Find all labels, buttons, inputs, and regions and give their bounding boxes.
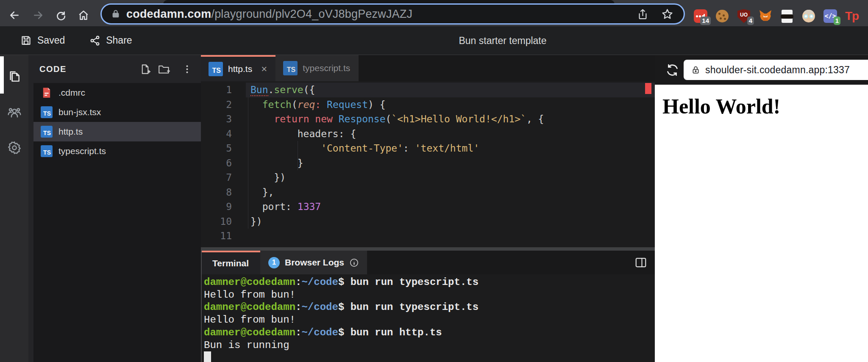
terminal-line: damner@codedamn:~/code$ bun run typescri… — [204, 301, 655, 314]
explorer-header: CODE — [28, 55, 201, 83]
split-terminal-icon[interactable] — [634, 256, 647, 269]
terminal-line: damner@codedamn:~/code$ bun run typescri… — [204, 276, 655, 289]
file-explorer: CODE .cdmrcTSbun-jsx.tsxTShttp.tsTStypes… — [28, 55, 201, 362]
editor-terminal-divider[interactable] — [201, 247, 655, 251]
code-line: 2 fetch(req: Request) { — [201, 97, 655, 112]
url-bar[interactable]: codedamn.com/playground/plv2O4_oVJ8bgPez… — [100, 3, 685, 25]
editor-tab-bar: TS http.ts × TS typescript.ts — [201, 55, 655, 81]
terminal-line: Hello from bun! — [204, 314, 655, 326]
logs-count-badge: 1 — [268, 257, 280, 268]
extension-metamask-icon[interactable] — [758, 8, 773, 24]
file-name: typescript.ts — [58, 146, 106, 156]
ts-file-icon: TS — [41, 106, 53, 118]
home-icon[interactable] — [78, 10, 89, 21]
preview-heading: Hello World! — [655, 85, 868, 119]
preview-page: Hello World! — [655, 85, 868, 362]
extension-1password-icon[interactable]: 14 — [693, 8, 708, 24]
editor-panel: TS http.ts × TS typescript.ts 1Bun.serve… — [201, 55, 655, 362]
ublock-badge: 4 — [747, 17, 754, 25]
file-list: .cdmrcTSbun-jsx.tsxTShttp.tsTStypescript… — [33, 83, 201, 362]
code-line: 8 }, — [201, 185, 655, 200]
terminal-line: Hello from bun! — [204, 289, 655, 301]
extension-devtools-icon[interactable]: </>1 — [823, 8, 837, 24]
preview-url-text: shoulder-sit.codedamn.app:1337 — [705, 64, 850, 76]
preview-lock-icon — [691, 66, 700, 75]
code-line: 7 }) — [201, 170, 655, 185]
url-text: codedamn.com/playground/plv2O4_oVJ8bgPez… — [126, 8, 412, 21]
new-file-icon[interactable] — [139, 64, 151, 75]
close-tab-icon[interactable]: × — [261, 63, 267, 75]
code-line: 11 — [201, 229, 655, 243]
code-line: 5 'Content-Type': 'text/html' — [201, 141, 655, 156]
code-line: 9 port: 1337 — [201, 199, 655, 214]
terminal-output[interactable]: damner@codedamn:~/code$ bun run typescri… — [201, 274, 655, 362]
share-icon — [89, 35, 100, 46]
file-item[interactable]: TSbun-jsx.tsx — [33, 102, 201, 122]
extension-person-icon[interactable] — [801, 8, 816, 24]
file-item[interactable]: TStypescript.ts — [33, 141, 201, 161]
playground-title: Bun starter template — [459, 35, 546, 46]
collaborate-view-icon[interactable] — [7, 105, 22, 119]
share-page-icon[interactable] — [637, 8, 648, 20]
file-name: http.ts — [58, 127, 83, 137]
code-line: 6 } — [201, 156, 655, 171]
tab-terminal[interactable]: Terminal — [201, 251, 260, 274]
config-file-icon — [41, 87, 53, 99]
extension-cookie-icon[interactable] — [715, 8, 729, 24]
lock-icon — [111, 9, 120, 19]
extension-tampermonkey-icon[interactable]: Tp — [845, 8, 859, 24]
file-item[interactable]: TShttp.ts — [33, 122, 201, 141]
file-item[interactable]: .cdmrc — [33, 83, 201, 102]
bookmark-star-icon[interactable] — [661, 8, 673, 20]
browser-preview-panel: shoulder-sit.codedamn.app:1337 Hello Wor… — [655, 55, 868, 362]
back-icon[interactable] — [9, 10, 20, 21]
code-line: 1Bun.serve({ — [201, 83, 655, 97]
error-marker — [645, 83, 651, 94]
ts-file-icon: TS — [209, 62, 223, 76]
terminal-tab-bar: Terminal 1 Browser Logs — [201, 251, 655, 274]
code-line: 3 return new Response(`<h1>Hello World!<… — [201, 112, 655, 127]
tab-browser-logs[interactable]: 1 Browser Logs — [260, 251, 367, 274]
saved-button[interactable]: Saved — [20, 35, 65, 46]
explorer-menu-icon[interactable] — [182, 64, 192, 75]
devtools-badge: 1 — [834, 17, 840, 25]
preview-refresh-icon[interactable] — [666, 64, 679, 77]
playground-toolbar: Saved Share Bun starter template — [0, 26, 868, 55]
code-line: 10}) — [201, 214, 655, 229]
tab-http-ts[interactable]: TS http.ts × — [201, 55, 275, 81]
code-line: 4 headers: { — [201, 127, 655, 141]
save-icon — [20, 35, 32, 46]
forward-icon[interactable] — [33, 10, 44, 21]
terminal-cursor — [204, 351, 211, 362]
ts-file-icon: TS — [41, 145, 53, 157]
extension-ublock-icon[interactable]: UO4 — [737, 8, 751, 24]
ts-file-icon: TS — [41, 126, 53, 138]
extensions-row: 14 UO4 </>1 Tp — [693, 8, 859, 24]
file-name: .cdmrc — [58, 88, 85, 98]
explorer-title: CODE — [39, 64, 67, 74]
new-folder-icon[interactable] — [158, 64, 170, 75]
active-view-indicator — [0, 56, 4, 94]
1password-badge: 14 — [700, 17, 711, 25]
info-icon — [349, 258, 359, 268]
terminal-line: damner@codedamn:~/code$ bun run http.ts — [204, 326, 655, 339]
extension-docmask-icon[interactable] — [780, 8, 794, 24]
reload-icon[interactable] — [55, 10, 66, 21]
code-editor[interactable]: 1Bun.serve({2 fetch(req: Request) {3 ret… — [201, 81, 655, 247]
browser-toolbar: codedamn.com/playground/plv2O4_oVJ8bgPez… — [0, 4, 868, 26]
activity-bar — [0, 55, 28, 362]
terminal-line: Bun is running — [204, 339, 655, 352]
file-name: bun-jsx.tsx — [58, 107, 101, 117]
ts-file-icon: TS — [283, 61, 298, 75]
preview-header: shoulder-sit.codedamn.app:1337 — [655, 55, 868, 85]
settings-icon[interactable] — [7, 141, 22, 155]
share-button[interactable]: Share — [89, 35, 132, 46]
tab-typescript-ts[interactable]: TS typescript.ts — [275, 55, 359, 81]
files-view-icon[interactable] — [8, 70, 21, 83]
preview-url-bar[interactable]: shoulder-sit.codedamn.app:1337 — [684, 60, 868, 80]
